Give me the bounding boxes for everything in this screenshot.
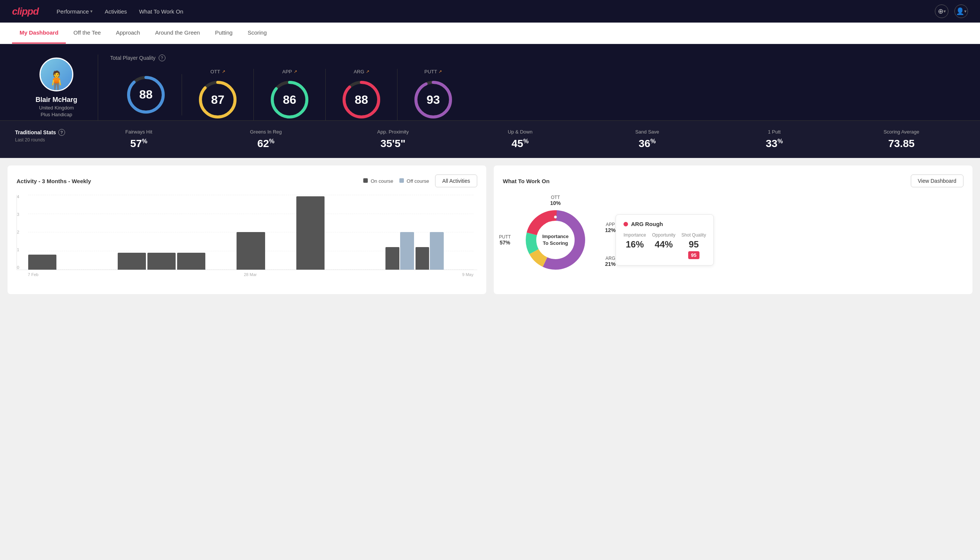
tab-off-the-tee[interactable]: Off the Tee xyxy=(66,23,108,43)
stat-fairways-hit: Fairways Hit 57% xyxy=(75,129,202,150)
avatar: 🧍 xyxy=(40,58,73,92)
bar-chart: 4 3 2 1 0 xyxy=(17,195,477,270)
score-app: APP ↗ 86 xyxy=(254,69,326,120)
activity-panel-title: Activity - 3 Months - Weekly xyxy=(17,178,91,184)
bar-on-course xyxy=(236,232,265,270)
stat-scoring-average: Scoring Average 73.85 xyxy=(838,129,965,150)
shot-quality-badge: 95 xyxy=(688,251,699,259)
info-dot xyxy=(624,222,628,227)
on-course-legend-dot xyxy=(363,178,368,183)
tab-my-dashboard[interactable]: My Dashboard xyxy=(12,23,66,43)
bar-on-course xyxy=(147,253,176,270)
score-arg: ARG ↗ 88 xyxy=(326,69,398,120)
score-putt: PUTT ↗ 93 xyxy=(398,69,469,120)
x-labels: 7 Feb 28 Mar 9 May xyxy=(17,270,477,277)
bar-on-course xyxy=(118,253,146,270)
bar-group-9 xyxy=(296,196,324,270)
scores-section: Total Player Quality ? 88 xyxy=(98,55,965,120)
help-icon[interactable]: ? xyxy=(159,55,165,61)
tab-around-the-green[interactable]: Around the Green xyxy=(147,23,207,43)
activity-legend: On course Off course All Activities xyxy=(363,175,477,187)
stat-1-putt: 1 Putt 33% xyxy=(711,129,838,150)
stat-sand-save: Sand Save 36% xyxy=(584,129,711,150)
off-course-legend-dot xyxy=(399,178,404,183)
all-activities-button[interactable]: All Activities xyxy=(435,175,477,187)
tab-putting[interactable]: Putting xyxy=(208,23,240,43)
add-button[interactable]: ⊕ ▾ xyxy=(935,5,948,18)
y-labels: 4 3 2 1 0 xyxy=(17,195,19,270)
stats-bar: Traditional Stats ? Last 20 rounds Fairw… xyxy=(0,120,980,158)
what-panel-header: What To Work On View Dashboard xyxy=(503,175,963,187)
bar-group-0 xyxy=(28,255,57,270)
nav-performance[interactable]: Performance ▾ xyxy=(57,8,93,15)
tab-scoring[interactable]: Scoring xyxy=(240,23,274,43)
bars xyxy=(28,195,473,270)
info-metric-shot-quality: Shot Quality 95 95 xyxy=(681,232,706,259)
activity-panel: Activity - 3 Months - Weekly On course O… xyxy=(8,165,486,294)
stat-up-down: Up & Down 45% xyxy=(456,129,584,150)
bar-group-3 xyxy=(118,253,146,270)
bar-group-4 xyxy=(147,253,176,270)
nav-activities[interactable]: Activities xyxy=(105,8,127,15)
user-button[interactable]: 👤 ▾ xyxy=(954,5,968,18)
tpq-label: Total Player Quality ? xyxy=(110,55,965,61)
logo[interactable]: clippd xyxy=(12,6,39,17)
bar-on-course xyxy=(386,247,399,270)
bar-on-course xyxy=(28,255,57,270)
activity-panel-header: Activity - 3 Months - Weekly On course O… xyxy=(17,175,477,187)
svg-text:Importance: Importance xyxy=(542,233,569,239)
info-card: ARG Rough Importance 16% Opportunity 44%… xyxy=(616,214,714,265)
nav-what-to-work-on[interactable]: What To Work On xyxy=(139,8,183,15)
tab-approach[interactable]: Approach xyxy=(108,23,147,43)
player-info: 🧍 Blair McHarg United Kingdom Plus Handi… xyxy=(15,58,98,117)
scores-row: 88 OTT ↗ 87 xyxy=(110,69,965,120)
svg-text:To Scoring: To Scoring xyxy=(543,240,568,246)
score-ott: OTT ↗ 87 xyxy=(182,69,254,120)
what-panel-title: What To Work On xyxy=(503,178,549,184)
bar-group-13 xyxy=(416,232,444,270)
arg-label: ARG 21% xyxy=(605,256,616,267)
bar-group-7 xyxy=(236,232,265,270)
bar-off-course xyxy=(430,232,444,270)
bar-on-course xyxy=(296,196,324,270)
top-nav: clippd Performance ▾ Activities What To … xyxy=(0,0,980,23)
tabs-bar: My Dashboard Off the Tee Approach Around… xyxy=(0,23,980,44)
info-metric-importance: Importance 16% xyxy=(624,232,646,259)
bottom-panels: Activity - 3 Months - Weekly On course O… xyxy=(0,158,980,302)
stat-app-proximity: App. Proximity 35'5" xyxy=(329,129,456,150)
bar-off-course xyxy=(400,232,414,270)
player-name: Blair McHarg xyxy=(35,96,77,104)
score-ott-label: OTT ↗ xyxy=(211,69,225,75)
ring-overall: 88 xyxy=(125,74,166,115)
app-label: APP 12% xyxy=(605,222,616,233)
bar-group-12 xyxy=(386,232,414,270)
stat-greens-in-reg: Greens In Reg 62% xyxy=(202,129,329,150)
nav-right: ⊕ ▾ 👤 ▾ xyxy=(935,5,968,18)
info-metrics: Importance 16% Opportunity 44% Shot Qual… xyxy=(624,232,706,259)
donut-section: PUTT 57% OTT 10% APP 12% ARG 21% xyxy=(503,195,963,285)
ott-label: OTT 10% xyxy=(550,195,561,206)
bar-on-course xyxy=(177,253,205,270)
bar-on-course xyxy=(416,247,429,270)
player-country: United Kingdom xyxy=(39,105,74,110)
what-to-work-on-panel: What To Work On View Dashboard PUTT 57% … xyxy=(494,165,972,294)
stats-values: Fairways Hit 57% Greens In Reg 62% App. … xyxy=(75,129,965,150)
bar-group-5 xyxy=(177,253,205,270)
putt-label: PUTT 57% xyxy=(499,234,511,246)
info-metric-opportunity: Opportunity 44% xyxy=(652,232,676,259)
bar-chart-container: 4 3 2 1 0 7 Feb 28 Mar 9 May xyxy=(17,195,477,277)
stat-label-section: Traditional Stats ? Last 20 rounds xyxy=(15,129,75,143)
score-overall: 88 xyxy=(110,74,182,115)
view-dashboard-button[interactable]: View Dashboard xyxy=(911,175,963,187)
stats-help-icon[interactable]: ? xyxy=(58,129,65,136)
player-handicap: Plus Handicap xyxy=(41,112,72,117)
hero-section: 🧍 Blair McHarg United Kingdom Plus Handi… xyxy=(0,44,980,120)
